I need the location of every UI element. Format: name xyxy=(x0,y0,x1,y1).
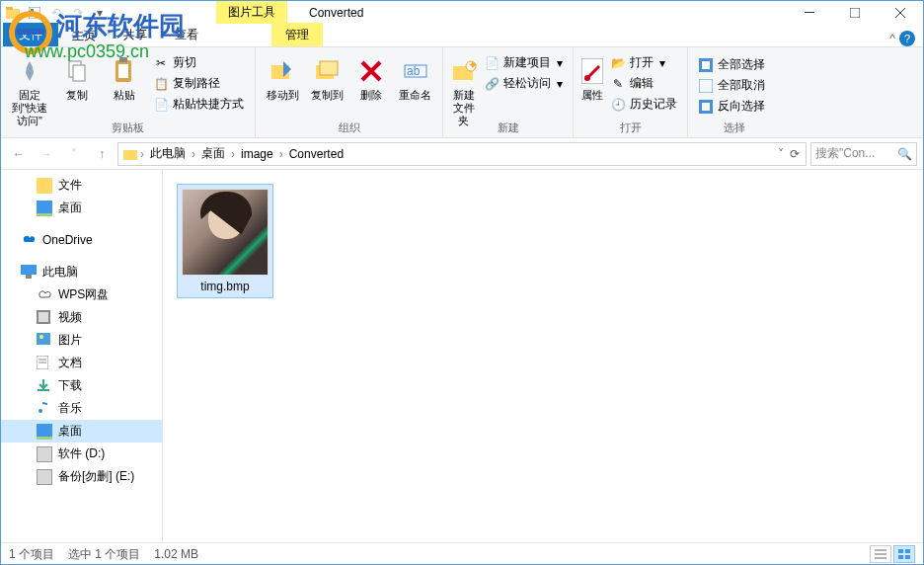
status-size: 1.02 MB xyxy=(154,547,198,561)
pictures-icon xyxy=(37,333,52,349)
cloud-icon xyxy=(37,287,52,303)
crumb-image[interactable]: image xyxy=(237,147,277,161)
video-icon xyxy=(37,310,52,326)
group-label-clipboard: 剪贴板 xyxy=(1,121,255,135)
tree-videos[interactable]: 视频 xyxy=(1,306,162,329)
tree-pictures[interactable]: 图片 xyxy=(1,329,162,352)
svg-rect-7 xyxy=(73,65,85,81)
address-dropdown-icon[interactable]: ˅ xyxy=(778,147,784,161)
tree-drive-d[interactable]: 软件 (D:) xyxy=(1,443,162,465)
group-label-organize: 组织 xyxy=(256,121,442,135)
crumb-desktop[interactable]: 桌面 xyxy=(197,145,229,162)
copy-button[interactable]: 复制 xyxy=(54,51,100,127)
invert-icon xyxy=(698,99,714,115)
svg-rect-23 xyxy=(699,79,713,93)
new-item-button[interactable]: 📄新建项目▾ xyxy=(480,53,567,72)
paste-button[interactable]: 粘贴 xyxy=(102,51,147,127)
svg-rect-13 xyxy=(320,61,338,75)
copy-to-button[interactable]: 复制到 xyxy=(306,51,348,102)
svg-rect-24 xyxy=(123,150,137,160)
svg-rect-4 xyxy=(805,12,814,13)
group-label-select: 选择 xyxy=(688,121,781,135)
tree-downloads[interactable]: 下载 xyxy=(1,374,162,397)
delete-icon xyxy=(350,55,393,87)
paste-shortcut-icon: 📄 xyxy=(153,97,169,113)
select-none-button[interactable]: 全部取消 xyxy=(694,76,775,95)
file-pane[interactable]: timg.bmp xyxy=(163,170,923,542)
svg-rect-29 xyxy=(37,333,50,345)
svg-rect-22 xyxy=(702,61,710,69)
edit-icon: ✎ xyxy=(610,76,626,92)
crumb-converted[interactable]: Converted xyxy=(285,147,347,161)
delete-button[interactable]: 删除 xyxy=(350,51,393,102)
search-placeholder: 搜索"Con... xyxy=(815,145,875,162)
forward-button[interactable]: → xyxy=(35,142,58,166)
select-all-icon xyxy=(698,57,714,73)
thumbnails-view-button[interactable] xyxy=(893,545,915,563)
music-icon xyxy=(37,401,52,417)
refresh-icon[interactable]: ⟳ xyxy=(790,147,800,161)
tree-wps[interactable]: WPS网盘 xyxy=(1,283,162,306)
close-button[interactable] xyxy=(878,1,923,24)
new-item-icon: 📄 xyxy=(484,55,500,71)
svg-text:✦: ✦ xyxy=(468,60,477,72)
folder-icon xyxy=(122,146,138,162)
rename-button[interactable]: ab 重命名 xyxy=(394,51,436,102)
nav-tree[interactable]: 文件 桌面 OneDrive 此电脑 WPS网盘 视频 图片 文档 下载 音乐 … xyxy=(1,170,163,542)
tree-music[interactable]: 音乐 xyxy=(1,397,162,420)
svg-rect-28 xyxy=(38,312,48,322)
back-button[interactable]: ← xyxy=(7,142,31,166)
pin-to-quick-access-button[interactable]: 固定到"快速访问" xyxy=(7,51,52,127)
new-folder-button[interactable]: ✦ 新建文件夹 xyxy=(449,51,478,127)
file-name: timg.bmp xyxy=(182,276,269,293)
svg-text:ab: ab xyxy=(407,64,421,78)
details-view-button[interactable] xyxy=(870,545,891,563)
downloads-icon xyxy=(37,378,52,394)
recent-dropdown[interactable]: ˅ xyxy=(62,142,86,166)
svg-rect-26 xyxy=(26,275,32,279)
minimize-button[interactable] xyxy=(787,1,832,24)
tree-documents[interactable]: 文档 xyxy=(1,352,162,374)
open-button[interactable]: 📂打开▾ xyxy=(606,53,681,72)
invert-selection-button[interactable]: 反向选择 xyxy=(694,97,775,116)
move-to-button[interactable]: 移动到 xyxy=(262,51,304,102)
easy-access-button[interactable]: 🔗轻松访问▾ xyxy=(480,74,567,93)
breadcrumb-path[interactable]: › 此电脑› 桌面› image› Converted ˅ ⟳ xyxy=(117,142,807,166)
svg-rect-40 xyxy=(905,555,910,559)
up-button[interactable]: ↑ xyxy=(90,142,114,166)
collapse-ribbon-icon[interactable]: ^ xyxy=(889,32,895,45)
watermark-url: www.pc0359.cn xyxy=(25,41,153,62)
onedrive-icon xyxy=(21,232,37,248)
paste-shortcut-button[interactable]: 📄粘贴快捷方式 xyxy=(149,95,248,114)
tree-drive-e[interactable]: 备份[勿删] (E:) xyxy=(1,465,162,488)
history-button[interactable]: 🕘历史记录 xyxy=(606,95,681,114)
svg-rect-39 xyxy=(898,555,903,559)
contextual-tab-label: 图片工具 xyxy=(216,1,287,24)
status-selected: 选中 1 个项目 xyxy=(68,546,140,563)
crumb-thispc[interactable]: 此电脑 xyxy=(146,145,190,162)
properties-button[interactable]: 属性 xyxy=(579,51,604,114)
edit-button[interactable]: ✎编辑 xyxy=(606,74,681,93)
watermark-overlay: 河东软件园 www.pc0359.cn xyxy=(7,7,135,62)
svg-rect-37 xyxy=(898,549,903,553)
history-icon: 🕘 xyxy=(610,97,626,113)
maximize-button[interactable] xyxy=(832,1,878,24)
select-all-button[interactable]: 全部选择 xyxy=(694,55,775,74)
search-input[interactable]: 搜索"Con... 🔍 xyxy=(810,142,917,166)
svg-rect-5 xyxy=(850,8,860,18)
copy-path-button[interactable]: 📋复制路径 xyxy=(149,74,248,93)
tree-desktop2[interactable]: 桌面 xyxy=(1,420,162,443)
tree-desktop[interactable]: 桌面 xyxy=(1,197,162,219)
cut-button[interactable]: ✂剪切 xyxy=(149,53,248,72)
svg-rect-25 xyxy=(21,265,37,275)
tab-manage[interactable]: 管理 xyxy=(271,23,323,46)
tree-thispc[interactable]: 此电脑 xyxy=(1,261,162,283)
svg-point-20 xyxy=(584,75,590,81)
file-thumbnail xyxy=(182,189,269,276)
file-item[interactable]: timg.bmp xyxy=(177,184,273,298)
properties-icon xyxy=(579,55,604,87)
tree-files[interactable]: 文件 xyxy=(1,174,162,197)
window-title: Converted xyxy=(309,6,363,20)
tree-onedrive[interactable]: OneDrive xyxy=(1,229,162,251)
help-icon[interactable]: ? xyxy=(899,31,915,46)
